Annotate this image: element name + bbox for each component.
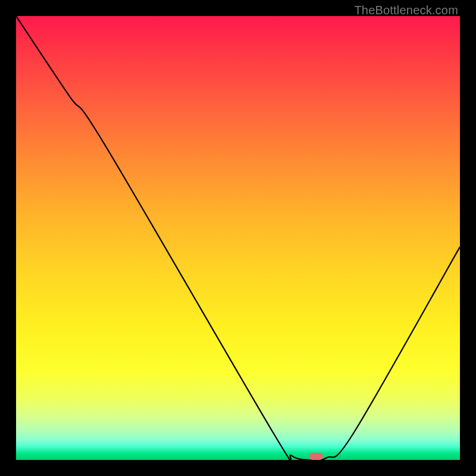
optimal-marker	[309, 453, 323, 460]
curve-path	[16, 16, 460, 460]
watermark-text: TheBottleneck.com	[354, 4, 458, 17]
plot-area	[16, 16, 460, 460]
bottleneck-curve	[16, 16, 460, 460]
